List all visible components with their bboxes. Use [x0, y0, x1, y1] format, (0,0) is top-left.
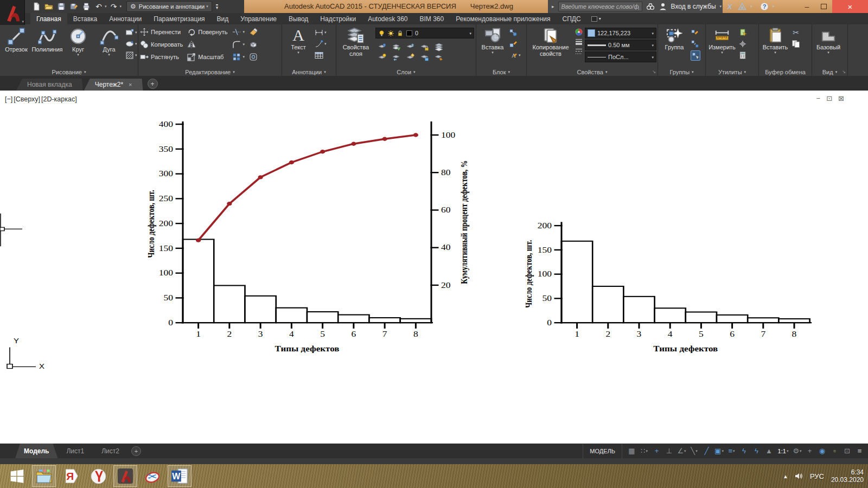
file-tab-1[interactable]: Новая вкладка — [16, 79, 83, 91]
drawing-area[interactable]: 0501001502002503003504002040608010012345… — [0, 91, 868, 444]
snipping-tool-button[interactable]: ✂ — [141, 465, 164, 487]
redo-icon[interactable]: ↷ — [108, 1, 119, 12]
layer-previous-icon[interactable] — [392, 53, 401, 62]
save-icon[interactable] — [56, 1, 67, 12]
ortho-mode-icon[interactable]: ⊥ — [663, 445, 675, 457]
close-button[interactable]: × — [832, 0, 868, 13]
file-tab-2[interactable]: Чертеж2*× — [84, 79, 143, 91]
redo-caret-icon[interactable]: ▾ — [120, 4, 122, 9]
explode-button[interactable] — [249, 38, 258, 50]
quick-calc-button[interactable] — [738, 50, 747, 60]
hardware-acceleration-icon[interactable]: ◉ — [816, 445, 828, 457]
layer-change-icon[interactable] — [435, 53, 443, 62]
layer-unlock-icon[interactable] — [420, 53, 429, 62]
exchange-apps-icon[interactable]: X — [725, 2, 734, 11]
search-input[interactable] — [558, 2, 642, 11]
edit-attributes-button[interactable]: A ▾ — [509, 50, 521, 60]
layer-make-current-icon[interactable] — [378, 43, 387, 52]
ellipse-button[interactable]: ▾ — [125, 39, 137, 48]
annotation-scale-indicator[interactable]: 1:1▾ — [776, 445, 790, 457]
group-button[interactable]: Группа — [660, 26, 689, 50]
yandex-browser-button[interactable]: Я — [59, 465, 83, 487]
ribbon-tab-8[interactable]: Надстройки — [314, 13, 362, 24]
base-view-button[interactable]: Базовый ▾ — [814, 26, 843, 54]
customization-menu-icon[interactable]: ≡ — [854, 445, 865, 457]
annotation-monitor-icon[interactable]: + — [804, 445, 815, 457]
app-menu-button[interactable]: ▾ — [0, 0, 25, 25]
fillet-button[interactable]: ▾ — [232, 38, 245, 50]
viewport-minimize-icon[interactable]: − — [816, 94, 821, 102]
signin-button[interactable]: Вход в службы — [671, 3, 716, 10]
viewport-view-menu[interactable]: [Сверху] — [13, 95, 41, 103]
quick-select-button[interactable] — [738, 28, 747, 37]
linetype-select[interactable]: ПоСл... ▾ — [585, 52, 656, 62]
minimize-button[interactable]: – — [799, 0, 815, 13]
volume-icon[interactable] — [794, 472, 803, 480]
color-wheel-icon[interactable] — [575, 28, 583, 36]
linetype-list-icon[interactable] — [575, 47, 583, 56]
ribbon-tab-1[interactable]: Главная — [30, 13, 67, 24]
stretch-button[interactable]: Растянуть — [140, 51, 183, 62]
qat-customize-icon[interactable]: ▾ — [216, 4, 219, 9]
layer-freeze-icon[interactable] — [406, 43, 415, 52]
layout-tab-лист1[interactable]: Лист1 — [58, 444, 93, 458]
group-edit-button[interactable] — [691, 28, 700, 37]
isodraft-icon[interactable]: ╲▾ — [688, 445, 700, 457]
line-button[interactable]: Отрезок — [2, 26, 31, 53]
layer-states-icon[interactable] — [435, 43, 443, 52]
leader-button[interactable]: ▾ — [315, 39, 327, 48]
layer-lock-tool-icon[interactable] — [420, 43, 429, 52]
viewport-close-icon[interactable]: ⊠ — [838, 94, 844, 102]
annotation-scale-pin-icon[interactable]: ▲ — [763, 445, 775, 457]
layer-properties-button[interactable]: Свойства слоя — [338, 26, 374, 57]
print-icon[interactable] — [81, 1, 92, 12]
new-layout-button[interactable]: + — [131, 446, 141, 456]
undo-icon[interactable]: ↶ — [93, 1, 104, 12]
clean-screen-icon[interactable]: ⊡ — [841, 445, 853, 457]
offset-button[interactable] — [249, 51, 258, 62]
isolate-objects-icon[interactable]: ▫ — [829, 445, 840, 457]
open-folder-icon[interactable] — [43, 1, 54, 12]
table-button[interactable] — [315, 50, 327, 60]
layer-thaw-all-icon[interactable] — [406, 53, 415, 62]
save-as-icon[interactable] — [68, 1, 79, 12]
hatch-button[interactable]: ▾ — [125, 50, 137, 60]
app-store-icon[interactable] — [738, 2, 746, 11]
layer-match-icon[interactable] — [392, 43, 401, 52]
layer-select[interactable]: 0 ▾ — [375, 28, 474, 38]
grid-display-icon[interactable]: ▦ — [626, 445, 637, 457]
panel-label-clipboard[interactable]: Буфер обмена — [759, 68, 812, 76]
lineweight-display-icon[interactable]: ≡▾ — [726, 445, 737, 457]
file-explorer-button[interactable] — [32, 465, 56, 487]
clock[interactable]: 6:34 20.03.2020 — [831, 468, 864, 484]
insert-block-button[interactable]: Вставка ▾ — [478, 26, 507, 54]
copy-button[interactable]: Копировать — [140, 38, 183, 50]
autocad-button[interactable] — [113, 465, 137, 487]
panel-label-view[interactable]: Вид▾ ↘ — [812, 68, 847, 76]
cut-button[interactable]: ✂ — [792, 28, 800, 37]
move-button[interactable]: Перенести — [140, 26, 183, 37]
annotation-autoscale-icon[interactable]: ϟ — [751, 445, 762, 457]
rectangle-button[interactable]: ▾ — [125, 28, 137, 37]
ribbon-display-toggle[interactable]: ▾ — [591, 13, 601, 24]
language-indicator[interactable]: РУС — [810, 472, 824, 480]
group-selection-toggle[interactable] — [691, 50, 700, 61]
layout-tab-модель[interactable]: Модель — [15, 444, 58, 458]
circle-button[interactable]: Круг ▾ — [63, 26, 93, 56]
dialog-launcher-icon[interactable]: ↘ — [652, 69, 656, 74]
ribbon-tab-7[interactable]: Вывод — [283, 13, 314, 24]
dimension-button[interactable]: ▾ — [315, 28, 327, 37]
undo-caret-icon[interactable]: ▾ — [105, 4, 107, 9]
new-file-icon[interactable] — [31, 1, 42, 12]
layout-tab-лист2[interactable]: Лист2 — [93, 444, 128, 458]
object-color-select[interactable]: 122,175,223 ▾ — [585, 28, 656, 38]
help-icon[interactable]: ? — [760, 2, 769, 11]
text-button[interactable]: A Текст ▾ — [284, 26, 313, 54]
viewport-visual-style-menu[interactable]: [2D-каркас] — [41, 95, 78, 103]
ribbon-tab-5[interactable]: Вид — [211, 13, 235, 24]
new-drawing-button[interactable]: + — [148, 79, 158, 89]
erase-button[interactable] — [249, 26, 258, 37]
measure-button[interactable]: Измерить ▾ — [707, 26, 737, 54]
ribbon-tab-10[interactable]: BIM 360 — [414, 13, 450, 24]
annotation-visibility-icon[interactable]: ϟ — [738, 445, 750, 457]
